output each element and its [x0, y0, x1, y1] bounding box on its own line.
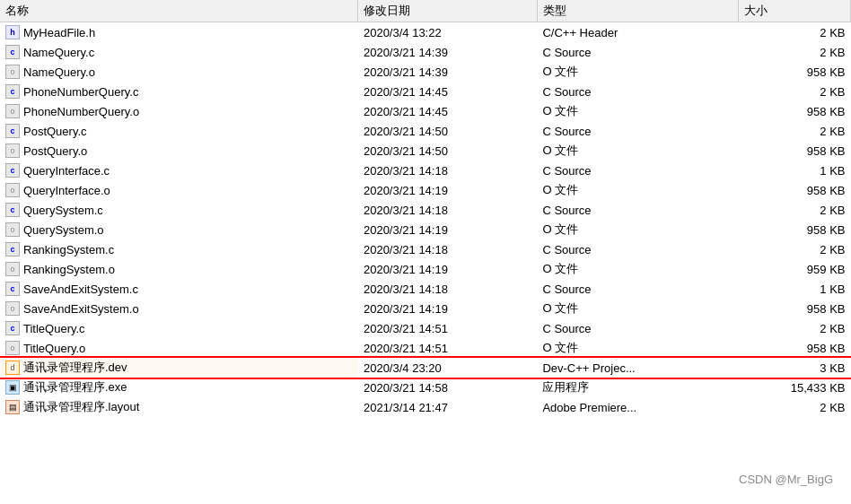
file-name-cell: oPostQuery.o [0, 141, 358, 161]
file-name-cell: oQueryInterface.o [0, 180, 358, 200]
file-size-cell: 958 KB [739, 62, 851, 82]
file-date-cell: 2020/3/21 14:50 [358, 121, 537, 141]
table-row[interactable]: oPhoneNumberQuery.o2020/3/21 14:45O 文件95… [0, 101, 851, 121]
header-type[interactable]: 类型 [537, 0, 738, 22]
o-file-icon: o [5, 301, 20, 316]
file-size-cell: 1 KB [739, 161, 851, 180]
table-row[interactable]: oRankingSystem.o2020/3/21 14:19O 文件959 K… [0, 259, 851, 279]
file-name-text: 通讯录管理程序.dev [23, 360, 127, 376]
header-date[interactable]: 修改日期 [358, 0, 537, 22]
file-name-cell: oQuerySystem.o [0, 220, 358, 239]
c-source-icon: c [5, 203, 20, 217]
file-name-text: TitleQuery.c [23, 322, 85, 335]
file-name-text: RankingSystem.o [23, 263, 115, 276]
file-date-cell: 2020/3/21 14:58 [358, 378, 537, 397]
file-type-cell: C Source [537, 279, 738, 299]
header-name[interactable]: 名称 [0, 0, 358, 22]
file-size-cell: 958 KB [739, 180, 851, 200]
table-row[interactable]: cTitleQuery.c2020/3/21 14:51C Source2 KB [0, 318, 851, 338]
file-size-cell: 959 KB [739, 259, 851, 279]
file-name-cell: oPhoneNumberQuery.o [0, 101, 358, 121]
header-size[interactable]: 大小 [739, 0, 851, 22]
file-name-cell: ▣通讯录管理程序.exe [0, 378, 358, 397]
o-file-icon: o [5, 65, 20, 79]
table-row[interactable]: d通讯录管理程序.dev2020/3/4 23:20Dev-C++ Projec… [0, 358, 851, 378]
file-date-cell: 2020/3/21 14:18 [358, 279, 537, 299]
file-type-cell: Adobe Premiere... [537, 397, 738, 417]
file-name-text: SaveAndExitSystem.c [23, 282, 138, 296]
table-row[interactable]: oQueryInterface.o2020/3/21 14:19O 文件958 … [0, 180, 851, 200]
table-row[interactable]: cQueryInterface.c2020/3/21 14:18C Source… [0, 161, 851, 180]
c-source-icon: c [5, 321, 20, 335]
file-type-cell: C Source [537, 200, 738, 220]
file-name-text: 通讯录管理程序.layout [23, 399, 139, 415]
file-date-cell: 2020/3/21 14:39 [358, 42, 537, 62]
file-type-cell: O 文件 [537, 101, 738, 121]
file-name-text: QueryInterface.o [23, 184, 110, 197]
table-row[interactable]: oNameQuery.o2020/3/21 14:39O 文件958 KB [0, 62, 851, 82]
file-date-cell: 2020/3/21 14:45 [358, 82, 537, 101]
file-name-text: SaveAndExitSystem.o [23, 302, 139, 316]
file-type-cell: O 文件 [537, 299, 738, 318]
file-name-cell: d通讯录管理程序.dev [0, 358, 358, 378]
table-row[interactable]: oSaveAndExitSystem.o2020/3/21 14:19O 文件9… [0, 299, 851, 318]
file-date-cell: 2020/3/4 23:20 [358, 358, 537, 378]
file-type-cell: Dev-C++ Projec... [537, 358, 738, 378]
header-file-icon: h [5, 25, 20, 39]
table-row[interactable]: ▣通讯录管理程序.exe2020/3/21 14:58应用程序15,433 KB [0, 378, 851, 397]
file-date-cell: 2020/3/21 14:51 [358, 318, 537, 338]
file-size-cell: 2 KB [739, 239, 851, 259]
table-row[interactable]: cSaveAndExitSystem.c2020/3/21 14:18C Sou… [0, 279, 851, 299]
file-name-text: QueryInterface.c [23, 164, 110, 178]
file-name-text: RankingSystem.c [23, 243, 114, 256]
file-name-cell: cTitleQuery.c [0, 318, 358, 338]
file-date-cell: 2020/3/21 14:39 [358, 62, 537, 82]
c-source-icon: c [5, 45, 20, 59]
file-name-cell: oSaveAndExitSystem.o [0, 299, 358, 318]
table-row[interactable]: ▤通讯录管理程序.layout2021/3/14 21:47Adobe Prem… [0, 397, 851, 417]
file-name-text: TitleQuery.o [23, 342, 85, 355]
file-name-text: PhoneNumberQuery.c [23, 85, 138, 99]
table-row[interactable]: oTitleQuery.o2020/3/21 14:51O 文件958 KB [0, 338, 851, 358]
table-row[interactable]: cQuerySystem.c2020/3/21 14:18C Source2 K… [0, 200, 851, 220]
table-row[interactable]: hMyHeadFile.h2020/3/4 13:22C/C++ Header2… [0, 22, 851, 43]
file-name-cell: oNameQuery.o [0, 62, 358, 82]
table-row[interactable]: cRankingSystem.c2020/3/21 14:18C Source2… [0, 239, 851, 259]
file-size-cell: 2 KB [739, 200, 851, 220]
file-type-cell: O 文件 [537, 220, 738, 239]
exe-file-icon: ▣ [5, 380, 20, 395]
file-name-text: QuerySystem.o [23, 223, 104, 237]
file-type-cell: C Source [537, 318, 738, 338]
o-file-icon: o [5, 104, 20, 118]
file-date-cell: 2020/3/21 14:45 [358, 101, 537, 121]
table-row[interactable]: oQuerySystem.o2020/3/21 14:19O 文件958 KB [0, 220, 851, 239]
file-date-cell: 2020/3/21 14:18 [358, 239, 537, 259]
file-size-cell: 3 KB [739, 358, 851, 378]
file-name-cell: hMyHeadFile.h [0, 22, 358, 43]
file-size-cell: 15,433 KB [739, 378, 851, 397]
table-row[interactable]: oPostQuery.o2020/3/21 14:50O 文件958 KB [0, 141, 851, 161]
o-file-icon: o [5, 222, 20, 237]
file-date-cell: 2020/3/21 14:19 [358, 220, 537, 239]
table-row[interactable]: cPostQuery.c2020/3/21 14:50C Source2 KB [0, 121, 851, 141]
table-row[interactable]: cPhoneNumberQuery.c2020/3/21 14:45C Sour… [0, 82, 851, 101]
file-size-cell: 958 KB [739, 141, 851, 161]
file-type-cell: O 文件 [537, 180, 738, 200]
file-date-cell: 2020/3/21 14:19 [358, 259, 537, 279]
file-type-cell: C Source [537, 239, 738, 259]
file-name-text: PostQuery.c [23, 125, 87, 138]
file-date-cell: 2020/3/21 14:18 [358, 200, 537, 220]
file-name-cell: oRankingSystem.o [0, 259, 358, 279]
file-type-cell: C Source [537, 161, 738, 180]
file-name-cell: cQuerySystem.c [0, 200, 358, 220]
file-name-text: NameQuery.o [23, 65, 95, 79]
file-size-cell: 958 KB [739, 338, 851, 358]
file-name-text: NameQuery.c [23, 46, 94, 59]
o-file-icon: o [5, 183, 20, 197]
o-file-icon: o [5, 341, 20, 355]
c-source-icon: c [5, 84, 20, 99]
file-type-cell: C Source [537, 42, 738, 62]
c-source-icon: c [5, 124, 20, 138]
table-row[interactable]: cNameQuery.c2020/3/21 14:39C Source2 KB [0, 42, 851, 62]
file-size-cell: 2 KB [739, 397, 851, 417]
